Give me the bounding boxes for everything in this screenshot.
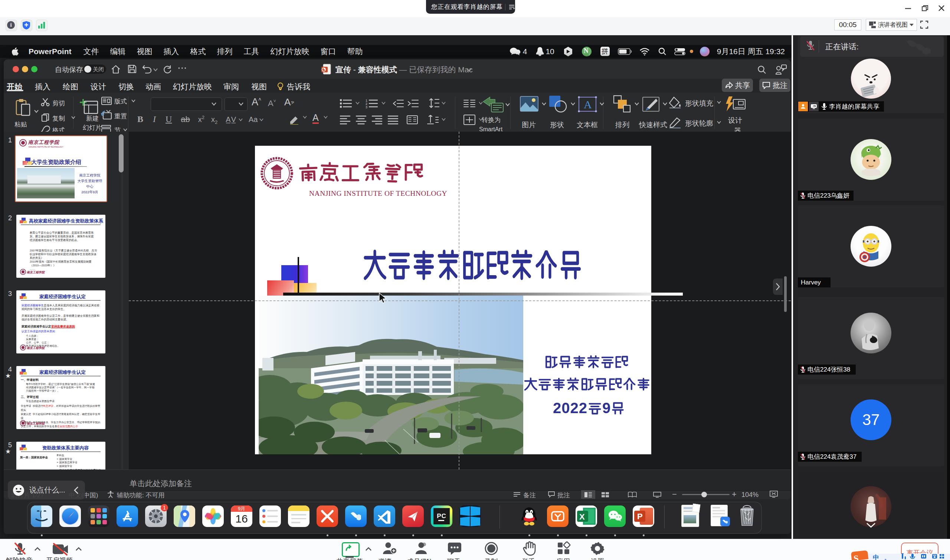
svg-text:3: 3	[366, 105, 367, 108]
svg-text:A: A	[584, 98, 592, 111]
